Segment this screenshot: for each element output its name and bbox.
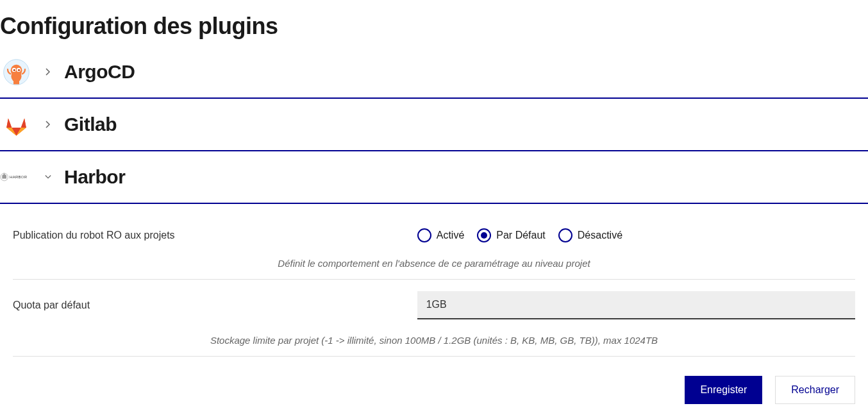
plugin-row-argocd[interactable]: ArgoCD — [0, 46, 868, 99]
button-row: Enregister Recharger — [13, 357, 855, 406]
quota-description: Stockage limite par projet (-1 -> illimi… — [13, 331, 855, 356]
radio-label-disabled: Désactivé — [578, 230, 622, 241]
radio-input-active[interactable] — [417, 228, 431, 242]
publication-label: Publication du robot RO aux projets — [13, 230, 417, 241]
radio-label-default: Par Défaut — [496, 230, 545, 241]
radio-input-disabled[interactable] — [558, 228, 572, 242]
radio-default[interactable]: Par Défaut — [477, 228, 545, 242]
quota-setting-row: Quota par défaut — [13, 280, 855, 331]
radio-disabled[interactable]: Désactivé — [558, 228, 622, 242]
plugin-name-gitlab: Gitlab — [64, 114, 117, 135]
plugin-name-harbor: Harbor — [64, 166, 125, 188]
publication-radio-group: Activé Par Défaut Désactivé — [417, 228, 622, 242]
chevron-right-icon — [45, 121, 51, 128]
radio-input-default[interactable] — [477, 228, 491, 242]
save-button[interactable]: Enregister — [685, 376, 762, 404]
radio-active[interactable]: Activé — [417, 228, 465, 242]
publication-description: Définit le comportement en l'absence de … — [13, 254, 855, 279]
chevron-right-icon — [45, 68, 51, 76]
svg-rect-9 — [4, 173, 4, 174]
svg-rect-2 — [13, 80, 19, 84]
argocd-icon — [0, 56, 32, 88]
harbor-icon: HARBOR — [0, 161, 32, 193]
reload-button[interactable]: Recharger — [775, 376, 855, 404]
quota-label: Quota par défaut — [13, 300, 417, 311]
plugin-row-harbor[interactable]: HARBOR Harbor — [0, 151, 868, 204]
svg-point-7 — [17, 69, 19, 71]
plugin-row-gitlab[interactable]: Gitlab — [0, 99, 868, 151]
page-title: Configuration des plugins — [0, 0, 868, 46]
svg-point-6 — [13, 69, 15, 71]
plugin-name-argocd: ArgoCD — [64, 61, 135, 83]
chevron-down-icon — [45, 174, 51, 180]
publication-setting-row: Publication du robot RO aux projets Acti… — [13, 217, 855, 254]
harbor-settings: Publication du robot RO aux projets Acti… — [0, 204, 868, 406]
svg-text:HARBOR: HARBOR — [10, 176, 27, 180]
gitlab-icon — [0, 108, 32, 140]
quota-input[interactable] — [417, 291, 855, 319]
radio-label-active: Activé — [437, 230, 465, 241]
